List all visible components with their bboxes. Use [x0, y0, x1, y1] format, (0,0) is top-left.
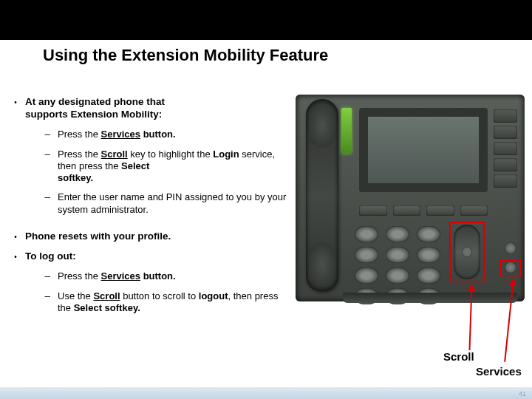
bullet-1-sub-2: – Press the Scroll key to highlight the … — [25, 149, 293, 185]
bullet-3-lead: To log out: — [25, 250, 293, 263]
bullet-1-sub-1: – Press the Services button. — [25, 129, 293, 141]
label-services: Services — [476, 365, 522, 378]
bullet-1-sub-3: – Enter the user name and PIN assigned t… — [25, 191, 293, 216]
content-area: • At any designated phone that supports … — [6, 96, 293, 329]
phone-line-buttons — [494, 109, 519, 191]
phone-light-strip-icon — [341, 108, 352, 154]
dash-icon: – — [25, 149, 58, 185]
text-services: Services — [101, 129, 141, 140]
line-button-icon — [494, 142, 517, 155]
slide: Using the Extension Mobility Feature • A… — [0, 0, 532, 399]
text: Use the — [58, 290, 93, 301]
keypad-key-icon — [355, 267, 378, 284]
dash-icon: – — [25, 129, 58, 141]
feature-button-icon — [505, 242, 516, 254]
dash-icon: – — [25, 191, 58, 216]
text-services: Services — [101, 270, 141, 282]
text-logout: logout — [199, 290, 228, 301]
text-login: Login — [213, 149, 239, 160]
line-button-icon — [494, 109, 517, 123]
slide-title: Using the Extension Mobility Feature — [43, 46, 328, 65]
text: button. — [140, 129, 176, 140]
highlight-services-icon — [499, 260, 522, 276]
keypad-key-icon — [386, 226, 409, 242]
keypad-key-icon — [417, 247, 440, 263]
text: Press the — [58, 129, 101, 140]
text: button to scroll to — [120, 290, 199, 301]
bullet-1-line-1: At any designated phone that — [25, 96, 293, 109]
line-button-icon — [494, 174, 517, 188]
text: softkey. — [102, 302, 140, 313]
bullet-3-sub-2: – Use the Scroll button to scroll to log… — [25, 290, 293, 315]
dash-icon: – — [25, 270, 58, 283]
text-select: Select — [121, 160, 149, 171]
softkey-icon — [359, 205, 387, 216]
phone-illustration — [296, 95, 525, 301]
text-scroll: Scroll — [101, 149, 128, 160]
text: softkey. — [58, 172, 93, 183]
text: Press the — [58, 270, 101, 282]
softkey-icon — [393, 205, 421, 216]
bullet-3-sub-1: – Press the Services button. — [25, 270, 293, 283]
text: Press the — [58, 149, 101, 160]
line-button-icon — [494, 158, 517, 171]
line-button-icon — [494, 126, 517, 139]
phone-screen-icon — [359, 108, 488, 192]
footer-bar: 41 — [0, 387, 532, 399]
keypad-key-icon — [355, 247, 378, 263]
softkey-icon — [460, 205, 488, 216]
text: key to highlight the — [128, 149, 214, 160]
keypad-key-icon — [355, 226, 378, 242]
bullet-2: • Phone resets with your profile. — [6, 231, 293, 243]
dash-icon: – — [25, 290, 58, 315]
bullet-3: • To log out: – Press the Services butto… — [6, 250, 293, 321]
bullet-1-line-2: supports Extension Mobility: — [25, 109, 293, 121]
phone-softkeys — [359, 205, 488, 216]
bullet-dot-icon: • — [6, 231, 25, 243]
text-select: Select — [74, 302, 102, 313]
title-corner — [406, 0, 532, 40]
softkey-icon — [426, 205, 454, 216]
text: button. — [140, 270, 176, 282]
text-scroll: Scroll — [93, 290, 120, 301]
keypad-key-icon — [386, 247, 409, 263]
bullet-1: • At any designated phone that supports … — [6, 96, 293, 223]
keypad-key-icon — [417, 226, 440, 242]
bullet-dot-icon: • — [6, 96, 25, 223]
label-scroll: Scroll — [443, 350, 474, 363]
page-number: 41 — [519, 390, 526, 398]
bullet-dot-icon: • — [6, 250, 25, 321]
highlight-scroll-icon — [449, 222, 485, 282]
keypad-key-icon — [386, 267, 409, 284]
bullet-2-text: Phone resets with your profile. — [25, 231, 293, 243]
keypad-key-icon — [417, 267, 440, 284]
phone-handset-icon — [306, 99, 338, 291]
phone-footstand-icon — [343, 293, 517, 303]
text: Enter the user name and PIN assigned to … — [58, 191, 293, 216]
